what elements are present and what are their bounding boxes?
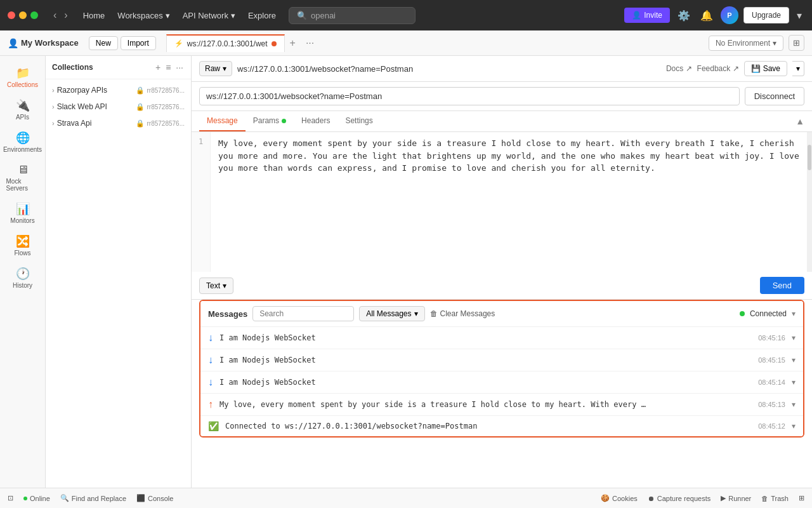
layout-toggle-button[interactable]: ⊞ xyxy=(789,35,804,51)
expand-message-button[interactable]: ▾ xyxy=(792,422,796,431)
collapse-editor-button[interactable]: ▲ xyxy=(796,116,804,126)
sidebar-item-mock-servers[interactable]: 🖥 Mock Servers xyxy=(4,158,42,197)
docs-button[interactable]: Docs ↗ xyxy=(666,64,692,73)
console-button[interactable]: ⬛ Console xyxy=(136,494,173,502)
trash-button[interactable]: 🗑 Trash xyxy=(761,494,789,502)
nav-explore[interactable]: Explore xyxy=(243,8,281,23)
tab-params[interactable]: Params xyxy=(246,111,294,131)
runner-button[interactable]: ▶ Runner xyxy=(721,494,751,502)
collection-item[interactable]: › Strava Api 🔒 rr85728576... xyxy=(46,115,191,131)
add-tab-button[interactable]: + xyxy=(285,35,301,51)
capture-icon: ⏺ xyxy=(648,495,655,502)
message-text: I am Nodejs WebSocket xyxy=(219,356,752,364)
collection-item[interactable]: › Razorpay APIs 🔒 rr85728576... xyxy=(46,82,191,98)
nav-api-network[interactable]: API Network ▾ xyxy=(178,8,240,23)
request-header: Raw ▾ ws://127.0.0.1:3001/websocket?name… xyxy=(192,56,812,82)
forward-button[interactable]: › xyxy=(62,8,70,22)
messages-search-input[interactable] xyxy=(252,306,354,321)
workspace-name[interactable]: 👤 My Workspace xyxy=(8,38,79,48)
editor-textarea[interactable]: My love, every moment spent by your side… xyxy=(211,132,807,272)
tab-headers[interactable]: Headers xyxy=(294,111,337,131)
active-tab[interactable]: ⚡ ws://127.0.0.1:3001/wet xyxy=(166,34,285,52)
sidebar-item-collections[interactable]: 📁 Collections xyxy=(4,61,42,93)
close-button[interactable] xyxy=(8,11,15,19)
nav-home[interactable]: Home xyxy=(78,8,110,23)
save-button[interactable]: 💾 Save xyxy=(744,61,787,76)
feedback-button[interactable]: Feedback ↗ xyxy=(697,64,739,73)
settings-icon[interactable]: ⚙️ xyxy=(675,7,693,24)
trash-icon: 🗑 xyxy=(430,309,438,318)
url-bar: Disconnect xyxy=(192,82,812,111)
messages-collapse-button[interactable]: ▾ xyxy=(792,309,796,318)
search-icon: 🔍 xyxy=(297,11,307,20)
raw-button[interactable]: Raw ▾ xyxy=(199,61,232,76)
back-button[interactable]: ‹ xyxy=(51,8,59,22)
expand-message-button[interactable]: ▾ xyxy=(792,378,796,387)
send-button[interactable]: Send xyxy=(760,277,804,294)
capture-requests-button[interactable]: ⏺ Capture requests xyxy=(648,494,710,502)
new-button[interactable]: New xyxy=(89,36,118,50)
clear-messages-button[interactable]: 🗑 Clear Messages xyxy=(430,309,495,318)
traffic-lights xyxy=(8,11,38,19)
minimize-button[interactable] xyxy=(19,11,27,19)
maximize-button[interactable] xyxy=(30,11,38,19)
download-arrow-icon: ↓ xyxy=(208,332,213,344)
cookies-icon: 🍪 xyxy=(601,494,610,502)
cookies-button[interactable]: 🍪 Cookies xyxy=(601,494,638,502)
scrollbar-thumb[interactable] xyxy=(808,145,811,170)
message-row: ↑ My love, every moment spent by your si… xyxy=(200,394,803,416)
expand-layout-button[interactable]: ⊞ xyxy=(799,494,804,502)
status-layout-icon[interactable]: ⊡ xyxy=(8,494,13,502)
message-text: I am Nodejs WebSocket xyxy=(219,333,752,342)
editor-scrollbar[interactable] xyxy=(807,132,812,272)
sidebar-item-apis[interactable]: 🔌 APIs xyxy=(4,93,42,126)
all-messages-button[interactable]: All Messages ▾ xyxy=(359,306,424,321)
message-timestamp: 08:45:12 xyxy=(758,422,785,430)
history-icon: 🕐 xyxy=(16,267,30,281)
text-type-button[interactable]: Text ▾ xyxy=(199,277,233,294)
more-options-icon[interactable]: ··· xyxy=(174,61,185,74)
online-status[interactable]: Online xyxy=(23,495,50,502)
expand-message-button[interactable]: ▾ xyxy=(792,356,796,364)
message-timestamp: 08:45:16 xyxy=(758,334,785,342)
chevron-down-icon: ▾ xyxy=(166,11,170,20)
global-search[interactable]: 🔍 openai xyxy=(289,7,416,24)
more-tabs-button[interactable]: ··· xyxy=(301,35,319,51)
message-editor: 1 My love, every moment spent by your si… xyxy=(192,132,812,272)
upgrade-chevron-icon[interactable]: ▾ xyxy=(794,7,804,24)
sidebar-item-flows[interactable]: 🔀 Flows xyxy=(4,229,42,262)
invite-button[interactable]: 👤 Invite xyxy=(624,8,670,23)
url-input[interactable] xyxy=(199,87,740,105)
add-collection-button[interactable]: + xyxy=(154,61,162,74)
panel-title: Collections xyxy=(52,63,152,72)
disconnect-button[interactable]: Disconnect xyxy=(745,87,804,105)
nav-right: 👤 Invite ⚙️ 🔔 P Upgrade ▾ xyxy=(624,6,804,24)
expand-message-button[interactable]: ▾ xyxy=(792,400,796,409)
upgrade-button[interactable]: Upgrade xyxy=(743,7,789,23)
sidebar-item-history[interactable]: 🕐 History xyxy=(4,262,42,294)
monitors-icon: 📊 xyxy=(16,202,30,216)
save-icon: 💾 xyxy=(751,64,761,73)
sidebar-item-monitors[interactable]: 📊 Monitors xyxy=(4,197,42,229)
line-numbers: 1 xyxy=(192,132,211,272)
collection-item[interactable]: › Slack Web API 🔒 rr85728576... xyxy=(46,98,191,115)
tab-message[interactable]: Message xyxy=(199,111,246,131)
find-replace-button[interactable]: 🔍 Find and Replace xyxy=(60,494,126,502)
environment-selector[interactable]: No Environment ▾ xyxy=(709,36,783,51)
notifications-icon[interactable]: 🔔 xyxy=(698,7,716,24)
nav-workspaces[interactable]: Workspaces ▾ xyxy=(112,8,174,23)
expand-message-button[interactable]: ▾ xyxy=(792,333,796,342)
apis-icon: 🔌 xyxy=(16,98,30,112)
sidebar-item-environments[interactable]: 🌐 Environments xyxy=(4,126,42,158)
save-more-button[interactable]: ▾ xyxy=(792,61,804,76)
filter-icon[interactable]: ≡ xyxy=(164,61,172,74)
online-dot xyxy=(23,497,27,500)
check-icon: ✅ xyxy=(208,421,219,431)
avatar[interactable]: P xyxy=(721,6,738,24)
import-button[interactable]: Import xyxy=(121,36,156,50)
tab-settings[interactable]: Settings xyxy=(337,111,380,131)
chevron-down-icon: ▾ xyxy=(223,281,226,290)
chevron-right-icon: › xyxy=(52,86,55,94)
status-right: 🍪 Cookies ⏺ Capture requests ▶ Runner 🗑 … xyxy=(601,494,804,502)
lock-icon: 🔒 xyxy=(136,86,145,95)
